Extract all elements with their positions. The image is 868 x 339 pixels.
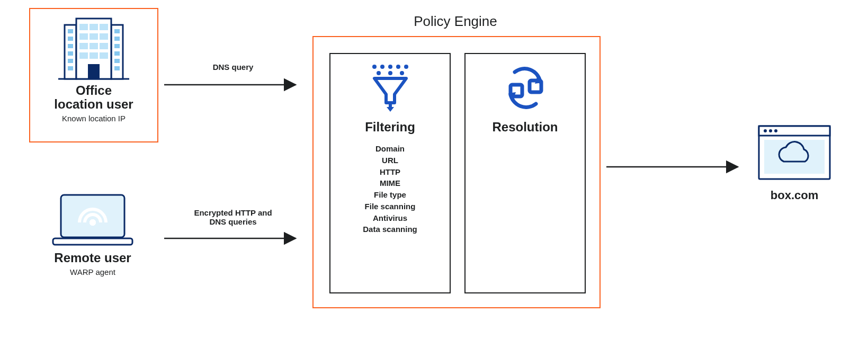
svg-point-41 [404,65,408,69]
svg-rect-14 [114,66,120,70]
svg-rect-6 [68,59,73,63]
browser-cloud-icon [755,122,834,185]
svg-rect-25 [79,52,88,59]
svg-rect-5 [68,51,73,56]
remote-subtitle: WARP agent [29,267,156,276]
edge-label-https: Encrypted HTTP and DNS queries [164,208,302,226]
filtering-list: Domain URL HTTP MIME File type File scan… [330,143,450,235]
svg-rect-12 [114,51,120,56]
resolution-cycle-icon [499,61,552,114]
policy-engine-box: Filtering Domain URL HTTP MIME File type… [312,36,601,308]
office-title-line2: location user [30,97,157,112]
svg-rect-2 [68,29,73,33]
policy-engine-title: Policy Engine [312,13,598,30]
svg-rect-23 [90,43,98,49]
filtering-item: File scanning [330,201,450,212]
office-subtitle: Known location IP [30,114,157,123]
svg-point-44 [400,71,404,75]
svg-rect-19 [79,33,88,40]
svg-rect-24 [100,43,108,49]
filtering-item: Domain [330,143,450,155]
svg-point-43 [388,71,392,75]
remote-user-box: Remote user WARP agent [29,185,156,291]
svg-point-52 [769,129,772,132]
svg-point-40 [396,65,400,69]
svg-point-51 [764,129,767,132]
destination-box: box.com [749,122,839,212]
resolution-box: Resolution [464,53,586,293]
filtering-item: URL [330,155,450,166]
filtering-item: Antivirus [330,212,450,224]
edge-label-https-line2: DNS queries [209,217,256,226]
filtering-item: MIME [330,177,450,189]
arrow-to-destination [606,159,744,175]
svg-rect-30 [53,238,132,245]
edge-label-dns: DNS query [164,63,302,72]
resolution-title: Resolution [466,120,585,135]
svg-rect-20 [90,33,98,40]
filtering-item: Data scanning [330,224,450,235]
svg-rect-27 [100,52,108,59]
remote-title: Remote user [29,251,156,265]
laptop-warp-icon [48,190,138,251]
svg-rect-16 [79,24,88,30]
svg-rect-46 [511,85,522,96]
svg-point-34 [90,219,96,226]
svg-point-38 [380,65,384,69]
svg-rect-9 [114,29,120,33]
filtering-title: Filtering [330,120,450,135]
svg-rect-47 [530,81,541,92]
svg-point-42 [377,71,381,75]
diagram-canvas: Office location user Known location IP R… [0,0,868,339]
svg-rect-18 [100,24,108,30]
svg-rect-26 [90,52,98,59]
svg-rect-17 [90,24,98,30]
svg-rect-11 [114,44,120,48]
filtering-box: Filtering Domain URL HTTP MIME File type… [329,53,451,293]
edge-label-https-line1: Encrypted HTTP and [194,208,272,217]
svg-rect-21 [100,33,108,40]
svg-rect-7 [68,66,73,70]
arrow-encrypted-http [164,230,302,246]
svg-point-39 [388,65,392,69]
svg-rect-10 [114,37,120,41]
svg-point-53 [774,129,777,132]
svg-rect-4 [68,44,73,48]
office-building-icon [54,14,133,83]
arrow-dns-query [164,77,302,93]
destination-label: box.com [749,189,839,202]
funnel-filter-icon [364,61,417,114]
svg-rect-22 [79,43,88,49]
filtering-item: File type [330,189,450,201]
svg-rect-28 [88,64,100,79]
svg-rect-3 [68,37,73,41]
svg-rect-13 [114,59,120,63]
office-title-line1: Office [30,83,157,98]
filtering-item: HTTP [330,166,450,178]
svg-point-37 [372,65,377,69]
office-user-box: Office location user Known location IP [29,8,158,142]
